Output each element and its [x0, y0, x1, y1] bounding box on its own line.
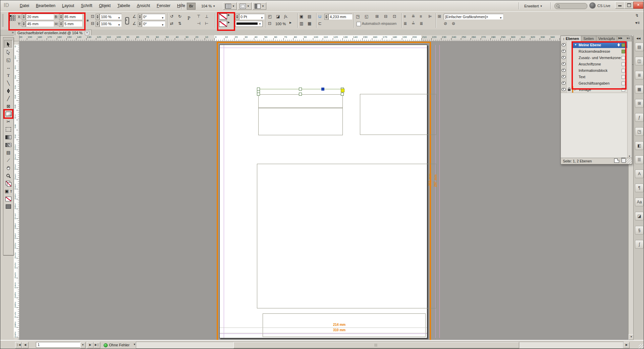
cs-live-label[interactable]: CS Live [597, 4, 610, 8]
align-left-icon[interactable]: ≡ [404, 14, 406, 19]
dock-expand-icon[interactable]: ◀◀ [636, 37, 640, 40]
scissors-tool[interactable]: ✂ [4, 118, 12, 126]
h-spinner[interactable] [59, 21, 63, 27]
y-spinner[interactable] [22, 21, 26, 27]
layer-lock-toggle[interactable] [567, 67, 572, 73]
layer-visibility-toggle[interactable] [561, 80, 567, 86]
corner-options-icon[interactable]: ◰ [268, 14, 272, 19]
opacity-arrow[interactable]: ▶ [289, 21, 291, 24]
measure-tool[interactable]: ⟋ [4, 156, 12, 164]
anschriftzone-frame[interactable] [258, 107, 343, 135]
informationsblock-frame[interactable] [360, 94, 436, 135]
wrap-offset-spinner[interactable] [324, 14, 328, 20]
bridge-button[interactable]: Br [187, 3, 196, 10]
toolbox-drag-handle[interactable] [4, 38, 13, 40]
page-tool[interactable]: ◱ [4, 56, 12, 64]
fill-swatch-arrow[interactable]: ▶ [228, 21, 230, 24]
layer-row-meine-ebene[interactable]: ▼Meine Ebene [561, 42, 627, 48]
ruecksendeadresse-frame[interactable] [258, 94, 343, 108]
gap-tool[interactable]: ↔ [4, 64, 12, 71]
document-canvas[interactable]: 214 mm 310 mm 361 mm 297 mm [19, 41, 628, 340]
x-field[interactable]: 20 mm [26, 14, 54, 20]
new-layer-button[interactable] [614, 158, 619, 163]
close-button[interactable]: × [633, 2, 643, 9]
paragraph-styles-panel-icon[interactable]: § [635, 226, 644, 235]
wrap-jump-icon[interactable]: ▦ [308, 21, 311, 26]
swatches-panel-icon[interactable]: ▦ [635, 85, 644, 94]
frame-tool[interactable]: ⊠ [4, 102, 12, 110]
direct-selection-tool[interactable] [4, 48, 12, 56]
layer-row-gesch-ftsangaben[interactable]: Geschäftsangaben [561, 80, 627, 87]
reference-point-proxy[interactable] [10, 15, 15, 21]
b-spinner[interactable] [59, 14, 63, 20]
horizontal-scrollbar[interactable] [136, 342, 624, 349]
expand-triangle-icon[interactable]: ▷ [574, 88, 577, 91]
text-frame[interactable] [257, 164, 436, 308]
handle-content-grabber[interactable] [321, 88, 324, 91]
rotation-spinner[interactable] [138, 14, 142, 20]
tab-overflow-chevron[interactable]: » [12, 30, 14, 34]
layer-visibility-toggle[interactable] [561, 86, 567, 93]
layer-visibility-toggle[interactable] [561, 48, 567, 54]
layer-row-zusatz-und-vermerkzone[interactable]: Zusatz- und Vermerkzone [561, 54, 627, 61]
glyphs-panel-icon[interactable]: Aa [635, 198, 644, 206]
next-page-button[interactable]: ▶ [87, 342, 94, 348]
layer-row-text[interactable]: Text [561, 73, 627, 80]
layer-row-informationsblock[interactable]: Informationsblock [561, 67, 627, 74]
select-content-icon[interactable]: ⊥ [205, 14, 208, 19]
rotate-cw-icon[interactable]: ↻ [178, 14, 181, 19]
apply-none-button[interactable] [4, 195, 12, 203]
free-transform-tool[interactable] [4, 126, 12, 133]
layer-visibility-toggle[interactable] [561, 73, 567, 80]
b-field[interactable]: 85 mm [63, 14, 83, 20]
panel-tab-seiten[interactable]: Seiten [581, 36, 596, 42]
y-field[interactable]: 45 mm [26, 21, 54, 27]
preview-mode-button[interactable] [4, 203, 12, 210]
preflight-status-text[interactable]: Ohne Fehler [109, 343, 129, 347]
handle-bottom-right[interactable] [341, 93, 344, 96]
layer-lock-toggle[interactable] [567, 61, 572, 67]
first-page-button[interactable]: ❘◀ [15, 342, 22, 348]
gradient-swatch-tool[interactable] [4, 133, 12, 141]
layer-row-vorlage[interactable]: ▷Vorlage [561, 86, 627, 93]
handle-bottom-left[interactable] [257, 93, 260, 96]
expand-triangle-icon[interactable]: ▼ [574, 43, 577, 46]
wrap-object-icon[interactable]: ▥ [300, 21, 303, 26]
scale-x-spinner[interactable] [96, 14, 100, 20]
fill-stroke-swatches[interactable] [4, 180, 12, 187]
window-resize-grip[interactable] [639, 344, 644, 349]
wrap-bounding-icon[interactable]: ▤ [308, 14, 311, 19]
fit-frame-icon[interactable]: ◳ [356, 14, 360, 19]
menu-schrift[interactable]: Schrift [77, 0, 96, 11]
minimize-button[interactable] [615, 2, 625, 9]
page-number-combo[interactable]: 1 ▼ [36, 342, 86, 348]
rotation-select[interactable]: 0°▼ [142, 14, 165, 20]
panel-resize-grip[interactable] [626, 158, 632, 164]
layer-lock-toggle[interactable] [567, 54, 572, 61]
menu-layout[interactable]: Layout [59, 0, 77, 11]
rectangle-tool[interactable] [4, 110, 12, 118]
stroke-weight-select[interactable]: 0 Pt▼ [239, 14, 265, 20]
scripts-panel-icon[interactable]: ʃ [635, 240, 644, 249]
wrap-offset-field[interactable]: 4,233 mm [328, 14, 353, 20]
layer-row-anschriftzone[interactable]: Anschriftzone [561, 61, 627, 67]
ruler-origin-corner[interactable] [14, 35, 19, 41]
layer-lock-toggle[interactable] [567, 80, 572, 86]
align-right-icon[interactable]: ≡ [420, 14, 422, 19]
panel-tab-ebenen[interactable]: ↕ Ebenen [561, 36, 581, 42]
line-tool[interactable]: ╲ [4, 79, 12, 87]
menu-tabelle[interactable]: Tabelle [114, 0, 133, 11]
stroke-color-swatch[interactable] [219, 13, 227, 19]
pages-panel-icon[interactable]: ▤ [635, 43, 644, 51]
align-bottom-icon[interactable]: ≣ [420, 21, 423, 26]
workspace-switcher[interactable]: Erweitert▼ [523, 3, 544, 9]
panel-menu-icon[interactable]: ▾≡ [627, 37, 630, 40]
page-combo-arrow[interactable]: ▼ [80, 342, 86, 348]
paragraph-panel-icon[interactable]: ¶ [635, 184, 644, 192]
fill-frame-prop-icon[interactable]: ⊞ [375, 14, 379, 19]
effects-fx-icon[interactable]: fx. [284, 14, 288, 19]
opacity-value[interactable]: 100 % [275, 22, 286, 26]
previous-page-button[interactable]: ◀ [22, 342, 29, 348]
gradient-feather-tool[interactable] [4, 141, 12, 149]
last-page-button[interactable]: ▶❘ [94, 342, 100, 348]
